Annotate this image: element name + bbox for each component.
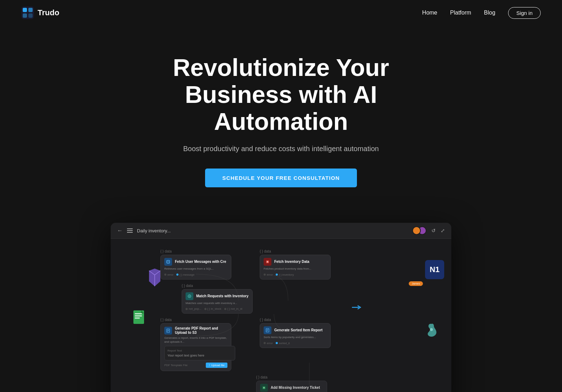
node-desc-fetch-user: Retrieves user messages from a SQL... [164, 267, 227, 271]
upload-button[interactable]: ↑ Upload file [206, 363, 227, 368]
expand-icon[interactable]: ⤢ [441, 228, 445, 233]
report-text-label: Report Text [167, 349, 232, 352]
port-sorted: sorted_it [276, 342, 290, 345]
node-title-match: Match Requests with Inventory [196, 294, 248, 298]
report-text-input: Report Text Your report text goes here [164, 346, 235, 360]
avatar-group [412, 226, 426, 235]
node-generate-sorted: Generate Sorted Item Report Sorts items … [260, 323, 331, 348]
node-fetch-inventory: Fetch Inventory Data Fetches product inv… [260, 255, 331, 279]
hero-title: Revolutionize Your Business with AI Auto… [157, 54, 405, 135]
port-error-1: error [164, 273, 173, 276]
data-label-4: { } data [160, 318, 231, 322]
svg-rect-9 [135, 318, 140, 319]
brand-name: Trudo [38, 8, 59, 17]
dashboard-title: Daily inventory... [137, 228, 171, 233]
history-icon[interactable]: ↺ [431, 228, 436, 233]
node-title-fetch-inv: Fetch Inventory Data [274, 260, 309, 264]
nav-links: Home Platform Blog Sign in [422, 7, 541, 19]
node-icon-pdf [164, 327, 172, 335]
topbar-left: ← Daily inventory... [117, 227, 171, 234]
node-desc-match: Matches user requests with inventory a..… [186, 302, 249, 305]
nav-home[interactable]: Home [422, 10, 437, 16]
logo-icon [21, 6, 34, 19]
hero-section: Revolutionize Your Business with AI Auto… [0, 26, 562, 209]
hero-subtitle: Boost productivity and reduce costs with… [183, 145, 379, 153]
report-text-value: Your report text goes here [167, 354, 232, 357]
port-in-stock: { } in_stock [204, 307, 221, 310]
data-label-6: { } data [256, 375, 327, 379]
data-label-1: { } data [160, 249, 231, 253]
dashboard-preview: ← Daily inventory... ↺ ⤢ [111, 223, 451, 392]
node-title-sorted: Generate Sorted Item Report [274, 328, 323, 332]
svg-rect-8 [135, 315, 142, 316]
node-title-fetch-user: Fetch User Messages with Cre [175, 260, 226, 264]
node-fetch-user-messages: Fetch User Messages with Cre Retrieves u… [160, 255, 231, 279]
hamburger-icon[interactable] [127, 228, 133, 233]
back-arrow-icon[interactable]: ← [117, 227, 123, 234]
upload-label: PDF Template File [164, 364, 188, 367]
google-sheets-icon [132, 310, 147, 330]
signin-button[interactable]: Sign in [508, 7, 541, 19]
svg-rect-4 [28, 13, 33, 18]
port-message-1: { } message [176, 273, 194, 276]
svg-rect-3 [23, 13, 27, 18]
svg-rect-1 [23, 8, 27, 12]
node-title-pdf: Generate PDF Report and Upload to S3 [175, 326, 227, 335]
nav-platform[interactable]: Platform [450, 10, 472, 16]
navbar: Trudo Home Platform Blog Sign in [0, 0, 562, 26]
port-inventory: { } inventory [276, 273, 294, 276]
port-error-2: error [264, 273, 273, 276]
node-desc-sorted: Sorts items by popularity and generates.… [264, 336, 327, 339]
data-label-5: { } data [260, 318, 331, 322]
data-label-2: { } data [260, 249, 331, 253]
topbar-right: ↺ ⤢ [412, 226, 445, 235]
node-icon-fetch-user [164, 258, 172, 266]
upload-area: PDF Template File ↑ Upload file [164, 363, 227, 368]
nav-blog[interactable]: Blog [484, 10, 495, 16]
port-not-pop: not_pop... [186, 307, 202, 310]
node-icon-ticket [260, 384, 268, 392]
svg-rect-2 [28, 8, 33, 12]
node-add-ticket: Add Missing Inventory Ticket Creates a t… [256, 381, 327, 392]
logo[interactable]: Trudo [21, 6, 59, 19]
node-icon-fetch-inv [264, 258, 271, 266]
dashboard-topbar: ← Daily inventory... ↺ ⤢ [111, 223, 451, 239]
node-icon-match [186, 292, 193, 300]
port-error-sorted: error [264, 342, 273, 345]
node-desc-pdf: Generates a report, inserts it into a PD… [164, 336, 227, 344]
cta-button[interactable]: SCHEDULE YOUR FREE CONSULTATION [205, 169, 357, 187]
svg-rect-7 [135, 313, 142, 314]
node-match-requests: Match Requests with Inventory Matches us… [182, 289, 253, 314]
node-generate-pdf: Generate PDF Report and Upload to S3 Gen… [160, 323, 231, 371]
node-icon-sorted [264, 326, 271, 334]
node-title-ticket: Add Missing Inventory Ticket [271, 386, 320, 390]
node-desc-fetch-inv: Fetches product inventory data from... [264, 267, 327, 271]
data-label-3: { } data [182, 284, 253, 288]
port-not-in-st: { } not_in_st [224, 307, 242, 310]
svg-rect-12 [266, 260, 269, 263]
canvas-area: N1 James { } data [111, 239, 451, 392]
